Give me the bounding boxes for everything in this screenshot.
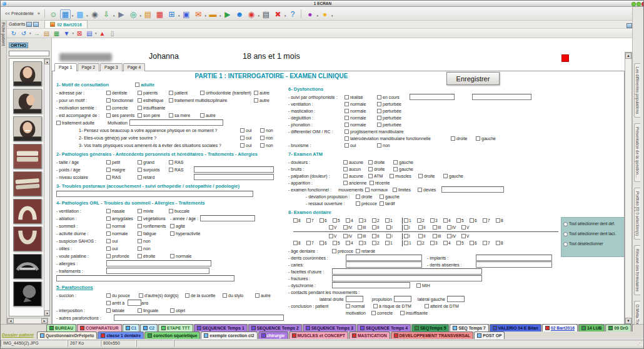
tooth-checkbox[interactable]: V [329,225,343,230]
checkbox-option[interactable]: traitement adulte [56,121,108,125]
checkbox-option[interactable]: retard [138,175,194,180]
bottom-tab[interactable]: SEQUENCE Temps 1 [194,324,248,331]
tooth-checkbox[interactable]: IV [343,234,358,238]
tooth-checkbox[interactable]: 7 [483,241,496,245]
radio-option[interactable]: Tout sélectionner dent déf. [563,222,615,226]
text-input[interactable] [129,119,223,126]
checkbox-option[interactable]: non [377,143,390,148]
send-icon[interactable]: → [33,29,41,38]
tooth-checkbox[interactable]: 8 [496,218,509,223]
bottom-tab[interactable]: classe 1 dentaire [98,331,144,339]
tooth-checkbox[interactable]: 5 [333,241,346,245]
checkbox-option[interactable]: perturbée [377,123,401,127]
checkbox-option[interactable]: surpoids [138,168,169,172]
tooth-checkbox[interactable]: III [433,234,447,238]
tooth-checkbox[interactable]: III [433,225,447,230]
pdf-delete-icon[interactable]: ⊠ [75,29,84,38]
billing-eye-icon[interactable]: ◎ [128,9,138,19]
help-icon[interactable]: ? [287,9,298,19]
tooth-checkbox[interactable]: IV [447,225,461,230]
tooth-checkbox[interactable]: 7 [306,218,319,223]
dropdown-caret-icon[interactable]: ▾ [178,14,180,18]
checkbox-option[interactable]: normale [170,254,191,258]
scroll-down-icon[interactable]: ▼ [44,310,50,316]
checkbox-option[interactable]: hyperactivité [170,231,200,236]
previous-button[interactable]: << Précédente [5,11,34,16]
tooth-checkbox[interactable]: II [372,234,386,238]
tooth-checkbox[interactable]: III [358,234,372,238]
radio-option[interactable]: Tout sélectionner dent lact. [563,232,616,236]
text-input[interactable] [56,275,234,281]
patient-icon[interactable]: ☺ [48,9,59,19]
bottom-tab[interactable]: C2 [140,324,158,331]
thumbnail-scrollbar[interactable]: ▲ ▼ [44,59,49,316]
thumb-photo-face[interactable] [13,61,42,86]
bottom-tab[interactable]: 14 LUB [578,324,605,331]
checkbox-option[interactable]: RAS [106,175,138,180]
tooth-checkbox[interactable]: 3 [430,241,443,245]
checkbox-option[interactable]: non [260,136,273,140]
bottom-tab[interactable]: chirurgie [258,331,288,339]
text-input[interactable] [106,268,209,274]
screen-icon[interactable]: ▦ [60,9,71,19]
checkbox-option[interactable]: profonde [106,254,138,258]
tooth-checkbox[interactable]: 6 [470,218,483,223]
tooth-checkbox[interactable]: 2 [372,218,385,223]
checkbox-option[interactable]: traitement multidisciplinaire [169,98,254,103]
resize-grip[interactable]: ⋰ [637,340,642,346]
tooth-checkbox[interactable]: 1 [404,241,417,245]
checkbox-option[interactable]: gauche [393,167,413,171]
checkbox-option[interactable]: correcte [106,106,138,110]
bottom-tab[interactable]: SEQUENCE Temps 2 [248,324,302,331]
text-input[interactable] [394,296,411,302]
thumb-occlusal-upper[interactable] [13,199,42,224]
checkbox-option[interactable]: normal [346,304,373,308]
checkbox-option[interactable]: objet [170,308,185,313]
checkbox-option[interactable]: gauche [476,136,496,141]
bottom-tab[interactable]: POST OP [474,331,505,339]
checkbox-option[interactable]: d'autre(s) doigt(s) [139,293,185,298]
text-input[interactable] [194,166,274,173]
text-input[interactable] [332,268,482,275]
tooth-checkbox[interactable]: 5 [456,241,470,245]
checkbox-option[interactable]: normaux [365,188,393,192]
checkbox-option[interactable]: oui [240,128,260,133]
checkbox-option[interactable]: gauche [393,160,413,164]
dropdown-caret-icon[interactable]: ▾ [95,31,97,35]
bottom-tab[interactable]: SEQ Temps 7 [450,324,488,331]
bottom-tab[interactable]: COMPARATEUR [77,324,122,331]
player-icon[interactable]: ▶ [222,9,233,19]
checkbox-option[interactable]: oui [240,143,260,148]
dropdown-caret-icon[interactable]: ▾ [204,14,206,18]
text-input[interactable] [114,315,284,321]
tooth-checkbox[interactable]: 3 [430,218,443,223]
thumb-cephalometric-xray[interactable] [13,281,42,306]
publish-icon[interactable]: ▦ [53,29,61,38]
checkbox-option[interactable]: ses parents [106,113,138,118]
tooth-checkbox[interactable]: III [358,225,372,230]
scroll-up-icon[interactable]: ▲ [625,53,631,59]
bottom-tab[interactable]: QuestionnaireDrFelpeto [37,331,97,339]
tooth-checkbox[interactable]: 5 [456,218,470,223]
acrobat-icon[interactable]: ▲ [98,29,107,38]
scroll-down-icon[interactable]: ▼ [625,318,631,324]
scanner-icon[interactable]: ▤ [261,9,271,19]
dropdown-caret-icon[interactable]: ▾ [331,14,333,18]
checkbox-option[interactable]: labiale [106,308,138,313]
checkbox-option[interactable]: non [138,239,151,243]
checkbox-option[interactable]: maigre [106,168,138,172]
checkbox-option[interactable]: RAS [169,160,194,164]
checkbox-option[interactable]: du pouce [106,293,139,298]
checkbox-option[interactable]: amygdales [106,216,138,221]
tooth-checkbox[interactable]: I [404,225,418,230]
right-tab-1[interactable]: Les différentes populations [634,63,640,118]
checkbox-option[interactable]: nasale [106,209,138,213]
tooth-checkbox[interactable]: 6 [470,241,483,245]
page-icon[interactable]: ▯ [108,29,117,38]
tooth-checkbox[interactable]: 2 [372,241,385,245]
tooth-checkbox[interactable]: 6 [319,218,333,223]
next-button[interactable]: » [38,11,40,16]
scroll-left-icon[interactable]: ◄ [8,318,14,323]
bottom-tab[interactable]: 02 Bart2016 [542,324,578,331]
tooth-checkbox[interactable]: 8 [496,241,509,245]
